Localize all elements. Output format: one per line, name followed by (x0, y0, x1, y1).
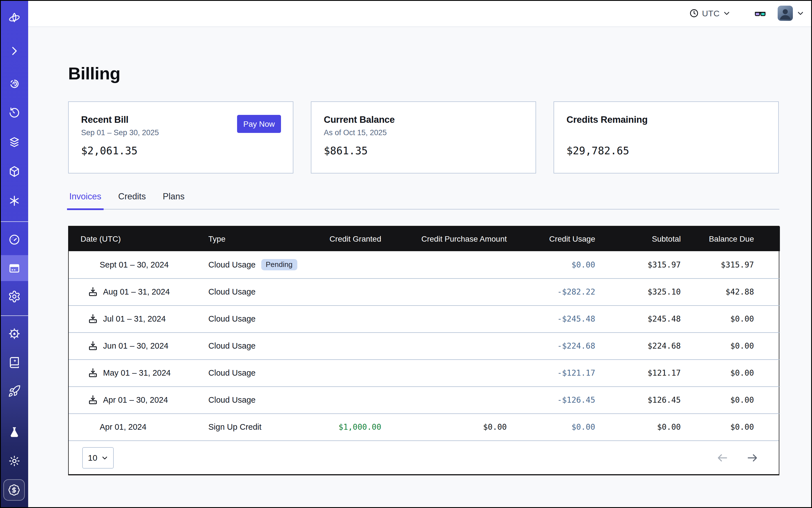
page-size-select[interactable]: 10 (82, 447, 114, 468)
tab-credits[interactable]: Credits (117, 192, 147, 209)
status-badge: Pending (261, 259, 297, 270)
pay-now-button[interactable]: Pay Now (237, 115, 281, 133)
theme-sun-icon[interactable] (0, 451, 28, 471)
arrow-left-icon (716, 452, 729, 464)
credit-granted-value (310, 305, 381, 332)
table-header: Date (UTC) Type Credit Granted Credit Pu… (69, 226, 780, 251)
user-menu[interactable] (778, 6, 804, 21)
layers-icon[interactable] (0, 132, 28, 153)
credits-dollar-button[interactable] (0, 479, 28, 500)
logo-orbit-icon[interactable] (0, 8, 28, 29)
chevron-down-icon (101, 454, 108, 461)
docs-book-icon[interactable] (0, 352, 28, 373)
page-title: Billing (68, 63, 779, 84)
subtotal-value: $325.10 (595, 278, 681, 305)
sidebar (0, 0, 28, 508)
col-type: Type (208, 226, 310, 251)
box-icon[interactable] (0, 161, 28, 182)
col-credit-granted: Credit Granted (310, 226, 381, 251)
credit-usage-value: $0.00 (507, 413, 595, 440)
credit-granted-value (310, 251, 381, 278)
subtotal-value: $245.48 (595, 305, 681, 332)
col-balance-due: Balance Due (681, 226, 780, 251)
timezone-selector[interactable]: UTC (689, 8, 730, 18)
credit-purchase-value (381, 359, 507, 386)
invoice-date: Jul 01 – 31, 2024 (103, 314, 166, 323)
balance-due-value: $0.00 (681, 305, 780, 332)
card-title: Current Balance (324, 114, 523, 125)
download-invoice-icon[interactable] (87, 367, 98, 378)
credit-purchase-value (381, 278, 507, 305)
invoice-row: Jun 01 – 30, 2024 Cloud Usage -$224.68 $… (69, 332, 780, 359)
tab-plans[interactable]: Plans (162, 192, 186, 209)
card-title: Credits Remaining (566, 114, 766, 125)
download-invoice-icon[interactable] (87, 286, 98, 297)
history-timer-icon[interactable] (0, 102, 28, 123)
next-page-button[interactable] (746, 452, 759, 464)
invoice-type: Cloud Usage (208, 260, 256, 269)
invoice-type: Cloud Usage (208, 314, 256, 323)
invoice-type: Cloud Usage (208, 395, 256, 405)
invoice-row: May 01 – 31, 2024 Cloud Usage -$121.17 $… (69, 359, 780, 386)
asterisk-icon[interactable] (0, 190, 28, 211)
balance-due-value: $0.00 (681, 386, 780, 413)
invoice-type: Cloud Usage (208, 287, 256, 296)
balance-due-value: $42.88 (681, 278, 780, 305)
credit-usage-value: -$245.48 (507, 305, 595, 332)
credit-granted-value: $1,000.00 (310, 413, 381, 440)
recent-bill-card: Recent Bill Sep 01 – Sep 30, 2025 $2,061… (68, 101, 293, 173)
invoice-row: Jul 01 – 31, 2024 Cloud Usage -$245.48 $… (69, 305, 780, 332)
clock-icon (689, 8, 698, 18)
credit-usage-value: -$224.68 (507, 332, 595, 359)
credit-granted-value (310, 278, 381, 305)
tab-invoices[interactable]: Invoices (68, 192, 102, 209)
sidebar-item-billing[interactable] (0, 255, 28, 281)
credit-purchase-value (381, 251, 507, 278)
subtotal-value: $121.17 (595, 359, 681, 386)
arrow-right-icon (746, 452, 759, 464)
subtotal-value: $224.68 (595, 332, 681, 359)
invoice-type: Cloud Usage (208, 368, 256, 377)
chevron-down-icon (797, 9, 804, 17)
credit-usage-value: -$121.17 (507, 359, 595, 386)
prev-page-button[interactable] (716, 452, 729, 464)
summary-cards: Recent Bill Sep 01 – Sep 30, 2025 $2,061… (68, 101, 779, 173)
invoice-type: Cloud Usage (208, 341, 256, 350)
download-invoice-icon[interactable] (87, 394, 98, 406)
observe-spiral-icon[interactable] (0, 73, 28, 94)
download-invoice-icon[interactable] (87, 340, 98, 351)
invoice-date: Apr 01, 2024 (100, 423, 146, 432)
card-subtitle: As of Oct 15, 2025 (324, 128, 523, 137)
credit-purchase-value: $0.00 (381, 413, 507, 440)
balance-due-value: $315.97 (681, 251, 780, 278)
current-balance-card: Current Balance As of Oct 15, 2025 $861.… (311, 101, 536, 173)
balance-due-value: $0.00 (681, 332, 780, 359)
billing-tabs: Invoices Credits Plans (68, 192, 779, 210)
invoice-date: Aug 01 – 31, 2024 (103, 287, 170, 296)
col-date: Date (UTC) (69, 226, 208, 251)
invoice-date: May 01 – 31, 2024 (103, 368, 171, 377)
credit-granted-value (310, 359, 381, 386)
glasses-icon[interactable] (754, 7, 766, 19)
invoice-row: Aug 01 – 31, 2024 Cloud Usage -$282.22 $… (69, 278, 780, 305)
balance-due-value: $0.00 (681, 413, 780, 440)
launch-rocket-icon[interactable] (0, 381, 28, 401)
col-credit-usage: Credit Usage (507, 226, 595, 251)
labs-flask-icon[interactable] (0, 422, 28, 443)
credit-granted-value (310, 332, 381, 359)
invoice-row: Apr 01, 2024 Sign Up Credit $1,000.00 $0… (69, 413, 780, 440)
invoice-date: Jun 01 – 30, 2024 (103, 341, 168, 350)
invoices-table: Date (UTC) Type Credit Granted Credit Pu… (68, 226, 779, 475)
usage-gauge-icon[interactable] (0, 229, 28, 250)
settings-gear-icon[interactable] (0, 286, 28, 307)
table-pagination: 10 (69, 440, 779, 474)
main-content: Billing Recent Bill Sep 01 – Sep 30, 202… (28, 27, 812, 508)
credit-purchase-value (381, 305, 507, 332)
subtotal-value: $126.45 (595, 386, 681, 413)
download-invoice-icon[interactable] (87, 313, 98, 325)
current-balance-amount: $861.35 (324, 145, 523, 157)
support-wheel-icon[interactable] (0, 323, 28, 344)
expand-chevron-icon[interactable] (0, 41, 28, 61)
invoice-row: Apr 01 – 30, 2024 Cloud Usage -$126.45 $… (69, 386, 780, 413)
dollar-badge-icon (8, 483, 20, 496)
